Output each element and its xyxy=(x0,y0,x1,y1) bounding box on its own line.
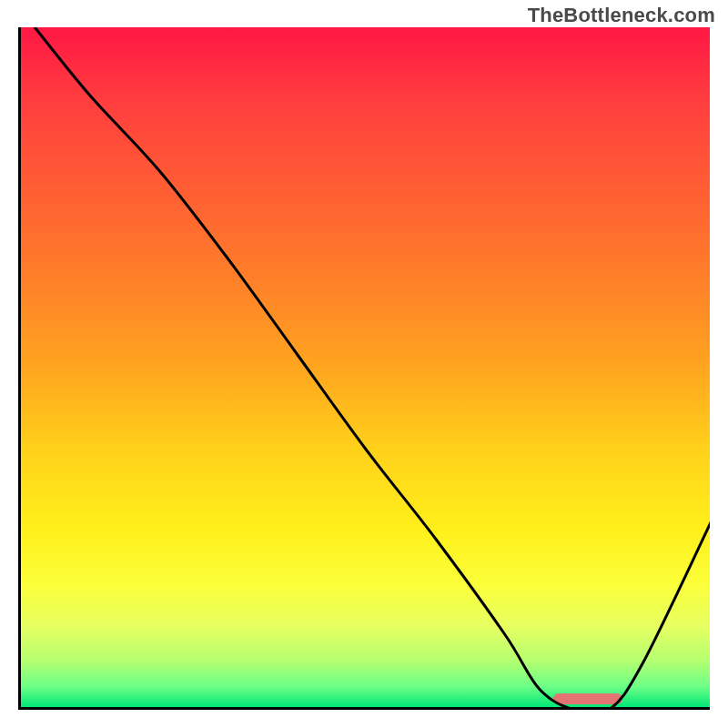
curve-line xyxy=(35,27,710,710)
plot-area xyxy=(18,27,710,710)
curve-svg xyxy=(21,27,710,710)
watermark-text: TheBottleneck.com xyxy=(528,4,715,27)
chart-container: TheBottleneck.com xyxy=(0,0,728,728)
